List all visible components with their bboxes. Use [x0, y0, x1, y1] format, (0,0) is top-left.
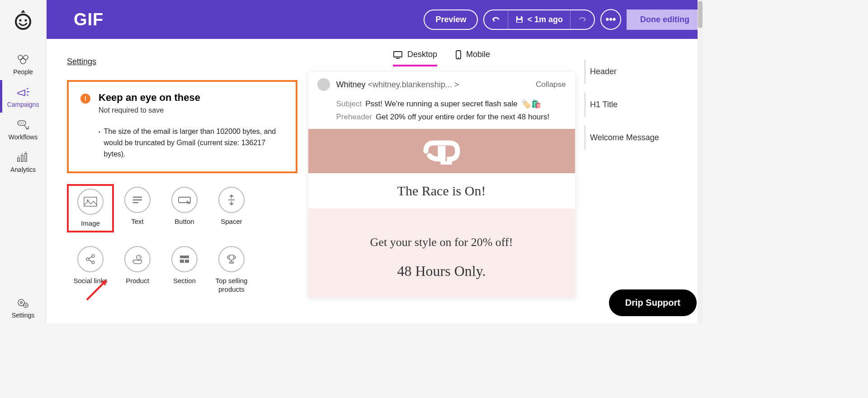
nav-workflows[interactable]: Workflows: [0, 113, 47, 145]
megaphone-icon: [15, 86, 31, 98]
svg-rect-42: [394, 52, 402, 57]
svg-point-2: [25, 19, 27, 22]
undo-icon: [491, 16, 500, 23]
svg-point-35: [139, 256, 140, 257]
preheader-label: Preheader: [336, 113, 372, 122]
svg-point-29: [86, 258, 89, 261]
block-social-links[interactable]: Social links: [67, 243, 114, 297]
welcome-line2: 48 Hours Only.: [322, 263, 561, 280]
redo-icon: [578, 16, 587, 23]
done-editing-button[interactable]: Done editing: [627, 9, 703, 30]
svg-line-32: [89, 257, 92, 259]
svg-point-45: [458, 57, 459, 58]
button-icon: [178, 195, 191, 204]
nav-label: Campaigns: [7, 101, 39, 108]
content-row: Settings ! Keep an eye on these Not requ…: [47, 39, 703, 323]
blocks-grid: Image Text Button Spacer: [67, 184, 297, 296]
app-logo[interactable]: [13, 8, 33, 32]
tag-emoji: 🏷️🛍️: [521, 99, 541, 109]
warning-icon: !: [80, 94, 90, 104]
nav-label: Settings: [12, 312, 35, 319]
save-status-text: < 1m ago: [527, 15, 563, 24]
svg-point-4: [24, 55, 28, 60]
more-button[interactable]: •••: [600, 9, 621, 30]
svg-rect-21: [517, 20, 522, 22]
nav-label: Analytics: [10, 166, 36, 173]
settings-link[interactable]: Settings: [67, 57, 96, 66]
scrollbar[interactable]: [698, 0, 703, 323]
block-top-selling[interactable]: Top selling products: [208, 243, 255, 297]
drip-support-button[interactable]: Drip Support: [609, 289, 697, 316]
redo-button[interactable]: [571, 10, 594, 29]
image-icon: [84, 197, 97, 207]
block-button[interactable]: Button: [161, 184, 208, 232]
outline-item-welcome[interactable]: Welcome Message: [590, 121, 694, 154]
builder-panel: Settings ! Keep an eye on these Not requ…: [47, 39, 302, 323]
workflow-icon: [15, 119, 31, 131]
svg-rect-38: [185, 260, 189, 263]
preview-button[interactable]: Preview: [424, 9, 478, 30]
svg-point-15: [25, 152, 26, 152]
ellipsis-icon: •••: [605, 14, 616, 25]
block-section[interactable]: Section: [161, 243, 208, 297]
email-body[interactable]: The Race is On! Get your style on for 20…: [308, 129, 575, 298]
svg-point-3: [18, 55, 23, 60]
svg-point-18: [24, 303, 28, 308]
svg-rect-11: [21, 155, 23, 161]
share-icon: [85, 254, 96, 265]
svg-rect-27: [179, 197, 190, 203]
svg-point-34: [137, 255, 141, 260]
svg-rect-12: [25, 153, 27, 161]
block-label: Image: [81, 219, 100, 228]
svg-point-14: [22, 153, 23, 154]
preheader-row: Preheader Get 20% off your entire order …: [336, 113, 566, 122]
svg-rect-20: [518, 16, 521, 19]
outline-item-h1[interactable]: H1 Title: [590, 88, 694, 121]
nav-settings[interactable]: Settings: [0, 291, 47, 323]
preview-panel: Desktop Mobile Whitney <whitney.blankens…: [302, 39, 581, 323]
nav-people[interactable]: People: [0, 47, 47, 80]
device-tabs: Desktop Mobile: [393, 39, 490, 72]
outline-panel: Header H1 Title Welcome Message: [581, 39, 703, 323]
svg-point-13: [18, 156, 19, 156]
email-h1-title[interactable]: The Race is On!: [308, 173, 575, 208]
warning-box: ! Keep an eye on these Not required to s…: [67, 80, 297, 173]
svg-line-33: [89, 260, 92, 262]
gear-icon: [15, 297, 31, 309]
svg-point-30: [92, 255, 94, 257]
block-label: Product: [126, 277, 149, 285]
analytics-icon: [15, 152, 31, 163]
main-area: GIF Preview < 1m ago ••• Done editing: [47, 0, 703, 323]
tab-mobile[interactable]: Mobile: [455, 50, 490, 66]
block-image[interactable]: Image: [67, 184, 114, 232]
undo-save-redo-group: < 1m ago: [483, 9, 595, 30]
block-label: Top selling products: [211, 277, 252, 294]
nav-analytics[interactable]: Analytics: [0, 145, 47, 178]
from-text: Whitney <whitney.blankenship... >: [336, 80, 530, 90]
outline-item-header[interactable]: Header: [590, 55, 694, 88]
block-label: Text: [131, 218, 144, 226]
block-spacer[interactable]: Spacer: [208, 184, 255, 232]
block-text[interactable]: Text: [114, 184, 161, 232]
sender-avatar: [317, 78, 330, 91]
svg-point-8: [21, 123, 22, 123]
duck-icon: [132, 254, 143, 265]
people-icon: [15, 54, 31, 66]
block-label: Button: [175, 218, 194, 226]
email-welcome-section[interactable]: Get your style on for 20% off! 48 Hours …: [308, 208, 575, 298]
email-body-header[interactable]: [308, 129, 575, 173]
text-icon: [132, 196, 143, 204]
svg-point-0: [16, 14, 30, 29]
nav-campaigns[interactable]: Campaigns: [0, 80, 47, 113]
tab-desktop[interactable]: Desktop: [393, 50, 437, 66]
save-status[interactable]: < 1m ago: [508, 10, 571, 29]
block-product[interactable]: Product: [114, 243, 161, 297]
warning-subtitle: Not required to save: [99, 106, 200, 114]
collapse-link[interactable]: Collapse: [536, 80, 566, 89]
campaign-title: GIF: [74, 10, 104, 29]
scrollbar-thumb[interactable]: [698, 1, 703, 28]
topbar: GIF Preview < 1m ago ••• Done editing: [47, 0, 703, 39]
undo-button[interactable]: [484, 10, 508, 29]
nav-sidebar: People Campaigns Workflows Analytics Se: [0, 0, 47, 323]
subject-text: Psst! We're running a super secret flash…: [365, 100, 517, 109]
